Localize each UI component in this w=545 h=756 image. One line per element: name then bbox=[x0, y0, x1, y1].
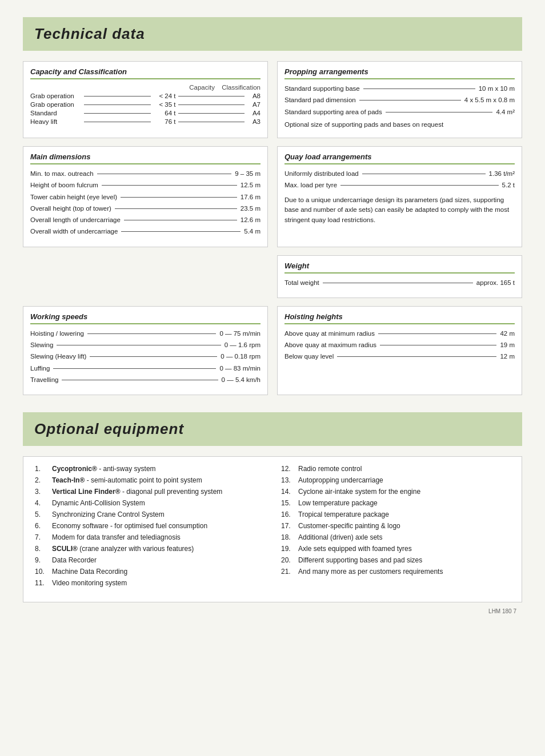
working-speeds-rows: Hoisting / lowering 0 — 75 m/min Slewing… bbox=[30, 329, 261, 385]
table-row: Total weight approx. 165 t bbox=[284, 278, 515, 288]
weight-rows: Total weight approx. 165 t bbox=[284, 278, 515, 288]
hoisting-heights-rows: Above quay at minimum radius 42 m Above … bbox=[284, 329, 515, 362]
row-capacity: < 35 t bbox=[153, 101, 176, 108]
row-line bbox=[323, 283, 473, 283]
list-item-number: 7. bbox=[35, 533, 49, 541]
list-item: 21.And many more as per customers requir… bbox=[281, 568, 510, 576]
list-item: 9.Data Recorder bbox=[35, 556, 264, 564]
row-line bbox=[386, 112, 493, 112]
row-label: Overall length of undercarriage bbox=[30, 215, 121, 225]
row-class: A8 bbox=[247, 93, 261, 99]
row-label: Luffing bbox=[30, 364, 50, 373]
optional-left-list: 1.Cycoptronic® - anti-sway system2.Teach… bbox=[35, 465, 264, 590]
table-row: Standard 64 t A4 bbox=[30, 110, 261, 116]
row-label: Travelling bbox=[30, 375, 58, 385]
row-line bbox=[97, 174, 232, 174]
list-item-text: Axle sets equipped with foamed tyres bbox=[298, 545, 412, 553]
row3: Weight Total weight approx. 165 t bbox=[23, 255, 522, 298]
table-row: Tower cabin height (eye level) 17.6 m bbox=[30, 192, 261, 202]
row-value: 10 m x 10 m bbox=[479, 84, 515, 94]
list-item-text: Autopropping undercarriage bbox=[298, 476, 383, 484]
list-item: 3.Vertical Line Finder® - diagonal pull … bbox=[35, 488, 264, 496]
propping-title: Propping arrangements bbox=[284, 67, 515, 79]
list-item-text: Modem for data transfer and telediagnosi… bbox=[52, 533, 181, 541]
row-class: A4 bbox=[247, 110, 261, 116]
list-item-text: Dynamic Anti-Collision System bbox=[52, 499, 145, 507]
row-value: 0 — 1.6 rpm bbox=[225, 340, 261, 350]
row2: Main dimensions Min. to max. outreach 9 … bbox=[23, 146, 522, 247]
list-item: 6.Economy software - for optimised fuel … bbox=[35, 522, 264, 530]
table-row: Heavy lift 76 t A3 bbox=[30, 118, 261, 125]
list-item-number: 3. bbox=[35, 488, 49, 496]
table-row: Overall height (top of tower) 23.5 m bbox=[30, 204, 261, 214]
row-line2 bbox=[178, 113, 245, 114]
row-label: Standard supporting base bbox=[284, 84, 360, 94]
list-item: 19.Axle sets equipped with foamed tyres bbox=[281, 545, 510, 553]
row-line2 bbox=[178, 104, 245, 105]
list-item-text: Cycoptronic® - anti-sway system bbox=[52, 465, 156, 473]
row-line bbox=[84, 122, 151, 122]
list-item-number: 4. bbox=[35, 499, 49, 507]
quay-body-text: Due to a unique undercarriage design its… bbox=[284, 195, 515, 226]
weight-title: Weight bbox=[284, 262, 515, 274]
table-row: Min. to max. outreach 9 – 35 m bbox=[30, 169, 261, 179]
table-row: Slewing (Heavy lift) 0 — 0.18 rpm bbox=[30, 352, 261, 361]
row-value: 5.4 m bbox=[244, 227, 261, 236]
row-line bbox=[121, 197, 237, 198]
table-row: Max. load per tyre 5.2 t bbox=[284, 180, 515, 190]
list-item: 13.Autopropping undercarriage bbox=[281, 476, 510, 484]
table-row: Slewing 0 — 1.6 rpm bbox=[30, 340, 261, 350]
list-item: 10.Machine Data Recording bbox=[35, 568, 264, 576]
row-capacity: 76 t bbox=[153, 118, 176, 125]
list-item-number: 15. bbox=[281, 499, 295, 507]
list-item-text: Synchronizing Crane Control System bbox=[52, 510, 165, 518]
table-row: Standard supporting base 10 m x 10 m bbox=[284, 84, 515, 94]
optional-equipment-title: Optional equipment bbox=[34, 420, 511, 438]
row-value: 0 — 0.18 rpm bbox=[221, 352, 261, 361]
working-speeds-title: Working speeds bbox=[30, 312, 261, 324]
list-item: 2.Teach-In® - semi-automatic point to po… bbox=[35, 476, 264, 484]
table-row: Below quay level 12 m bbox=[284, 352, 515, 361]
row4: Working speeds Hoisting / lowering 0 — 7… bbox=[23, 306, 522, 395]
row-line bbox=[62, 380, 218, 380]
list-item: 15.Low temperature package bbox=[281, 499, 510, 507]
row-label: Overall height (top of tower) bbox=[30, 204, 111, 214]
list-item: 12.Radio remote control bbox=[281, 465, 510, 473]
list-item: 7.Modem for data transfer and telediagno… bbox=[35, 533, 264, 541]
row-value: 4 x 5.5 m x 0.8 m bbox=[464, 95, 515, 105]
row-label: Tower cabin height (eye level) bbox=[30, 192, 117, 202]
row-value: 42 m bbox=[500, 329, 515, 339]
row-line bbox=[115, 208, 237, 209]
list-item-text: Video monitoring system bbox=[52, 579, 127, 587]
row-class: A7 bbox=[247, 101, 261, 108]
row-value: 12 m bbox=[500, 352, 515, 361]
table-row: Travelling 0 — 5.4 km/h bbox=[30, 375, 261, 385]
list-item-text: Low temperature package bbox=[298, 499, 378, 507]
list-item: 14.Cyclone air-intake system for the eng… bbox=[281, 488, 510, 496]
row-value: 1.36 t/m² bbox=[489, 169, 515, 179]
row-line bbox=[363, 89, 475, 89]
list-item: 16.Tropical temperature package bbox=[281, 510, 510, 518]
row-line bbox=[90, 356, 217, 357]
row-line bbox=[380, 345, 496, 345]
row-label: Grab operation bbox=[30, 93, 82, 99]
row-capacity: 64 t bbox=[153, 110, 176, 116]
list-item-number: 8. bbox=[35, 545, 49, 553]
row-value: 0 — 83 m/min bbox=[219, 364, 261, 373]
optional-right-list: 12.Radio remote control13.Autopropping u… bbox=[281, 465, 510, 590]
list-item-number: 1. bbox=[35, 465, 49, 473]
list-item: 11.Video monitoring system bbox=[35, 579, 264, 587]
list-item-number: 12. bbox=[281, 465, 295, 473]
list-item-number: 6. bbox=[35, 522, 49, 530]
row-label: Total weight bbox=[284, 278, 319, 288]
working-speeds-section: Working speeds Hoisting / lowering 0 — 7… bbox=[23, 306, 268, 395]
hoisting-heights-section: Hoisting heights Above quay at minimum r… bbox=[277, 306, 522, 395]
row-label: Hoisting / lowering bbox=[30, 329, 84, 339]
row-capacity: < 24 t bbox=[153, 93, 176, 99]
table-row: Luffing 0 — 83 m/min bbox=[30, 364, 261, 373]
row-value: approx. 165 t bbox=[476, 278, 515, 288]
row-value: 4.4 m² bbox=[496, 107, 515, 117]
row-value: 9 – 35 m bbox=[235, 169, 261, 179]
list-item: 20.Different supporting bases and pad si… bbox=[281, 556, 510, 564]
row-class: A3 bbox=[247, 118, 261, 125]
